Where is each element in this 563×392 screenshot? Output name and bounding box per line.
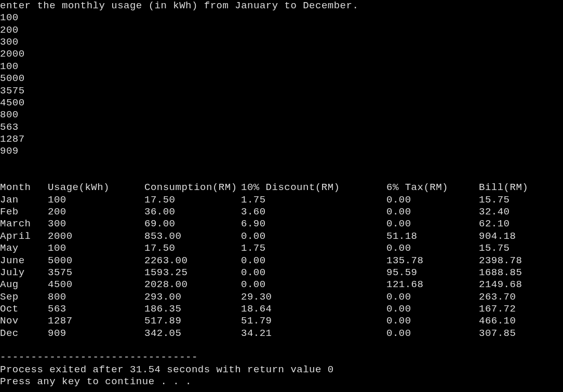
cell-tax: 0.00 [386,328,479,340]
table-header: Month Usage(kWh) Consumption(RM) 10% Dis… [0,182,563,194]
prompt-line: enter the monthly usage (in kWh) from Ja… [0,0,563,12]
table-row: Oct 563 186.35 18.64 0.00 167.72 [0,303,563,315]
continue-prompt[interactable]: Press any key to continue . . . [0,376,563,388]
cell-consumption: 517.89 [144,315,241,327]
cell-consumption: 186.35 [144,303,241,315]
exit-message: Process exited after 31.54 seconds with … [0,364,563,376]
table-row: May 100 17.50 1.75 0.00 15.75 [0,242,563,254]
table-row: Aug 4500 2028.00 0.00 121.68 2149.68 [0,279,563,291]
cell-bill: 15.75 [479,242,557,254]
cell-usage: 563 [48,303,144,315]
cell-discount: 29.30 [241,291,386,303]
input-line: 800 [0,109,563,121]
cell-consumption: 2028.00 [144,279,241,291]
cell-consumption: 17.50 [144,242,241,254]
input-line: 909 [0,145,563,157]
cell-consumption: 853.00 [144,231,241,242]
cell-tax: 121.68 [386,279,479,291]
cell-month: Jan [0,194,48,206]
header-consumption: Consumption(RM) [144,182,241,194]
cell-month: June [0,255,48,267]
cell-consumption: 1593.25 [144,267,241,279]
cell-consumption: 293.00 [144,291,241,303]
table-row: Feb 200 36.00 3.60 0.00 32.40 [0,206,563,218]
input-line: 100 [0,61,563,73]
header-bill: Bill(RM) [479,182,557,194]
table-row: Dec 909 342.05 34.21 0.00 307.85 [0,328,563,340]
cell-discount: 0.00 [241,231,386,242]
cell-month: July [0,267,48,279]
blank-line [0,170,563,182]
input-line: 1287 [0,133,563,145]
cell-month: Feb [0,206,48,218]
cell-month: Aug [0,279,48,291]
cell-usage: 2000 [48,231,144,242]
cell-bill: 167.72 [479,303,557,315]
cell-discount: 51.79 [241,315,386,327]
header-tax: 6% Tax(RM) [386,182,479,194]
cell-usage: 100 [48,194,144,206]
cell-discount: 1.75 [241,194,386,206]
cell-discount: 0.00 [241,267,386,279]
input-line: 200 [0,24,563,36]
cell-consumption: 2263.00 [144,255,241,267]
header-month: Month [0,182,48,194]
cell-tax: 0.00 [386,303,479,315]
table-row: April 2000 853.00 0.00 51.18 904.18 [0,231,563,242]
cell-bill: 62.10 [479,218,557,230]
cell-month: Oct [0,303,48,315]
cell-bill: 2149.68 [479,279,557,291]
input-line: 5000 [0,73,563,85]
cell-month: March [0,218,48,230]
cell-month: April [0,231,48,242]
cell-discount: 6.90 [241,218,386,230]
cell-bill: 32.40 [479,206,557,218]
table-row: July 3575 1593.25 0.00 95.59 1688.85 [0,267,563,279]
cell-month: Sep [0,291,48,303]
input-line: 2000 [0,48,563,60]
cell-consumption: 17.50 [144,194,241,206]
input-line: 563 [0,121,563,133]
cell-usage: 1287 [48,315,144,327]
cell-tax: 0.00 [386,194,479,206]
cell-usage: 3575 [48,267,144,279]
input-line: 3575 [0,85,563,97]
cell-discount: 0.00 [241,255,386,267]
cell-discount: 1.75 [241,242,386,254]
cell-discount: 0.00 [241,279,386,291]
cell-usage: 800 [48,291,144,303]
cell-usage: 300 [48,218,144,230]
cell-month: Nov [0,315,48,327]
cell-usage: 4500 [48,279,144,291]
cell-tax: 135.78 [386,255,479,267]
cell-usage: 200 [48,206,144,218]
table-row: Sep 800 293.00 29.30 0.00 263.70 [0,291,563,303]
blank-line [0,340,563,352]
cell-bill: 2398.78 [479,255,557,267]
table-row: March 300 69.00 6.90 0.00 62.10 [0,218,563,230]
cell-tax: 0.00 [386,218,479,230]
cell-bill: 263.70 [479,291,557,303]
input-line: 100 [0,12,563,24]
cell-discount: 34.21 [241,328,386,340]
cell-discount: 18.64 [241,303,386,315]
cell-bill: 307.85 [479,328,557,340]
cell-month: Dec [0,328,48,340]
cell-bill: 466.10 [479,315,557,327]
cell-usage: 5000 [48,255,144,267]
header-discount: 10% Discount(RM) [241,182,386,194]
cell-month: May [0,242,48,254]
cell-usage: 100 [48,242,144,254]
cell-tax: 95.59 [386,267,479,279]
input-line: 4500 [0,97,563,109]
header-usage: Usage(kWh) [48,182,144,194]
cell-tax: 0.00 [386,291,479,303]
cell-tax: 0.00 [386,206,479,218]
cell-bill: 15.75 [479,194,557,206]
cell-consumption: 342.05 [144,328,241,340]
table-row: Jan 100 17.50 1.75 0.00 15.75 [0,194,563,206]
divider-line: -------------------------------- [0,352,563,363]
cell-bill: 1688.85 [479,267,557,279]
input-line: 300 [0,36,563,48]
cell-discount: 3.60 [241,206,386,218]
